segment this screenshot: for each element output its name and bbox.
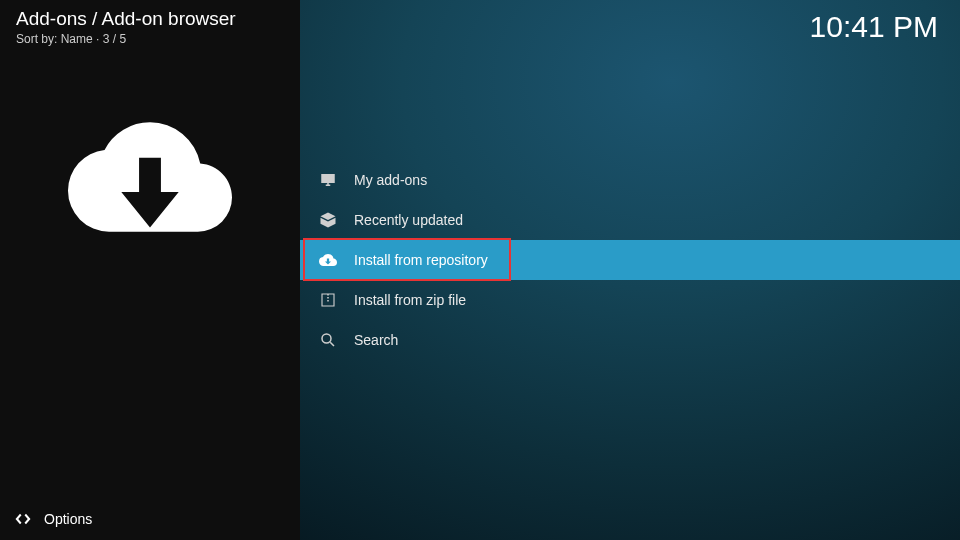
search-icon	[318, 330, 338, 350]
svg-point-1	[322, 334, 331, 343]
menu-list: My add-ons Recently updated Install from…	[300, 160, 960, 360]
menu-item-recently-updated[interactable]: Recently updated	[300, 200, 960, 240]
cloud-download-icon	[318, 250, 338, 270]
footer: Options	[14, 510, 92, 528]
menu-item-install-from-zip[interactable]: Install from zip file	[300, 280, 960, 320]
menu-item-search[interactable]: Search	[300, 320, 960, 360]
menu-item-install-from-repository[interactable]: Install from repository	[300, 240, 960, 280]
sort-info: Sort by: Name · 3 / 5	[16, 32, 236, 46]
menu-item-label: Recently updated	[354, 212, 463, 228]
zip-icon	[318, 290, 338, 310]
cloud-download-large-icon	[68, 95, 232, 259]
menu-item-label: Search	[354, 332, 398, 348]
clock: 10:41 PM	[810, 10, 938, 44]
sort-count: 3 / 5	[103, 32, 126, 46]
box-open-icon	[318, 210, 338, 230]
app-window: Add-ons / Add-on browser Sort by: Name ·…	[0, 0, 960, 540]
sort-prefix: Sort by:	[16, 32, 61, 46]
breadcrumb: Add-ons / Add-on browser	[16, 8, 236, 30]
sort-field: Name	[61, 32, 93, 46]
menu-item-label: Install from repository	[354, 252, 488, 268]
header: Add-ons / Add-on browser Sort by: Name ·…	[16, 8, 236, 46]
menu-item-label: Install from zip file	[354, 292, 466, 308]
options-icon[interactable]	[14, 510, 32, 528]
menu-item-label: My add-ons	[354, 172, 427, 188]
sort-sep: ·	[93, 32, 103, 46]
sidebar: Add-ons / Add-on browser Sort by: Name ·…	[0, 0, 300, 540]
options-label[interactable]: Options	[44, 511, 92, 527]
monitor-icon	[318, 170, 338, 190]
menu-item-my-addons[interactable]: My add-ons	[300, 160, 960, 200]
main-panel: 10:41 PM My add-ons Recently updated Ins…	[300, 0, 960, 540]
